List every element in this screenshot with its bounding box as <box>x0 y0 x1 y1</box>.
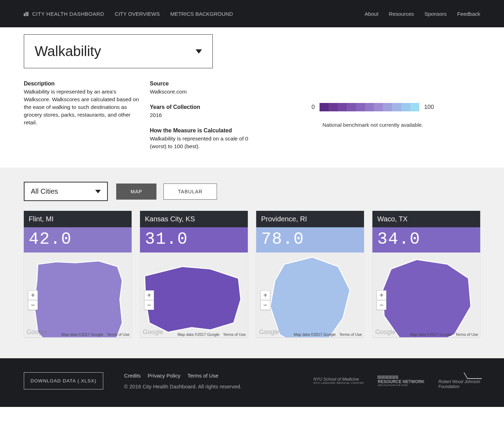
nav-metrics-background[interactable]: METRICS BACKGROUND <box>170 11 233 17</box>
city-card-score: 42.0 <box>24 227 132 252</box>
map-data-credit: Map data ©2017 Google <box>177 332 219 337</box>
city-card-title: Providence, RI <box>256 211 364 227</box>
view-map-button[interactable]: MAP <box>116 184 156 200</box>
brand-label: CITY HEALTH DASHBOARD <box>32 11 104 17</box>
city-card-map[interactable]: +−GoogleMap data ©2017 GoogleTerms of Us… <box>24 252 132 337</box>
view-toggle: MAP TABULAR <box>116 184 217 200</box>
zoom-out-button[interactable]: − <box>28 300 38 310</box>
zoom-out-button[interactable]: − <box>144 300 154 310</box>
view-tabular-button[interactable]: TABULAR <box>163 184 217 200</box>
city-card-map[interactable]: +−GoogleMap data ©2017 GoogleTerms of Us… <box>372 252 480 337</box>
map-attribution: Google <box>259 328 279 336</box>
city-card-title: Waco, TX <box>372 211 480 227</box>
map-terms-link[interactable]: Terms of Use <box>223 332 246 337</box>
download-data-button[interactable]: DOWNLOAD DATA (.XLSX) <box>24 372 103 389</box>
logo-rwj-foundation: Robert Wood Johnson Foundation <box>439 373 480 389</box>
source-label: Source <box>150 81 255 87</box>
years-label: Years of Collection <box>150 104 255 110</box>
bar-chart-icon <box>24 11 29 16</box>
zoom-in-button[interactable]: + <box>260 290 270 300</box>
footer-link-terms[interactable]: Terms of Use <box>187 373 218 379</box>
brand-link[interactable]: CITY HEALTH DASHBOARD <box>24 11 104 17</box>
chevron-down-icon <box>95 190 101 193</box>
zoom-out-button[interactable]: − <box>377 300 386 310</box>
zoom-in-button[interactable]: + <box>144 290 154 300</box>
city-card: Kansas City, KS31.0+−GoogleMap data ©201… <box>140 211 248 337</box>
city-filter-value: All Cities <box>31 187 58 195</box>
years-text: 2016 <box>150 111 255 119</box>
map-terms-link[interactable]: Terms of Use <box>339 332 362 337</box>
city-card: Providence, RI78.0+−GoogleMap data ©2017… <box>256 211 364 337</box>
cards-section: All Cities MAP TABULAR Flint, MI42.0+−Go… <box>0 168 504 358</box>
chevron-down-icon <box>196 49 202 54</box>
overview-section: Walkability Description Walkability is r… <box>0 27 504 168</box>
city-card-score: 78.0 <box>256 227 364 252</box>
footer-copyright: © 2016 City Health Dashboard. All rights… <box>124 383 241 389</box>
nav-city-overviews[interactable]: CITY OVERVIEWS <box>115 11 160 17</box>
logo-nyu: NYU School of Medicine NYU LANGONE MEDIC… <box>313 377 364 385</box>
description-label: Description <box>24 81 139 87</box>
metric-select[interactable]: Walkability <box>24 34 213 68</box>
source-text: Walkscore.com <box>150 88 255 96</box>
map-data-credit: Map data ©2017 Google <box>410 332 452 337</box>
city-card-map[interactable]: +−GoogleMap data ©2017 GoogleTerms of Us… <box>256 252 364 337</box>
city-card-title: Flint, MI <box>24 211 132 227</box>
map-terms-link[interactable]: Terms of Use <box>455 332 478 337</box>
map-data-credit: Map data ©2017 Google <box>61 332 103 337</box>
map-terms-link[interactable]: Terms of Use <box>107 332 130 337</box>
legend-high: 100 <box>424 104 434 111</box>
nav-resources[interactable]: Resources <box>389 11 414 17</box>
calc-text: Walkability is represented on a scale of… <box>150 135 255 150</box>
logo-resource-network: RESOURCE NETWORK NEW SOLUTIONS FOR CITIE… <box>378 375 424 387</box>
zoom-out-button[interactable]: − <box>260 300 270 310</box>
city-card-score: 31.0 <box>140 227 248 252</box>
map-attribution: Google <box>143 328 163 336</box>
nav-about[interactable]: About <box>365 11 378 17</box>
city-cards: Flint, MI42.0+−GoogleMap data ©2017 Goog… <box>24 211 480 337</box>
city-card-score: 34.0 <box>372 227 480 252</box>
zoom-in-button[interactable]: + <box>28 290 38 300</box>
color-legend: 0 100 <box>312 103 434 111</box>
footer: DOWNLOAD DATA (.XLSX) Credits Privacy Po… <box>0 358 504 407</box>
map-attribution: Google <box>27 328 47 336</box>
zoom-in-button[interactable]: + <box>377 290 386 300</box>
city-filter-select[interactable]: All Cities <box>24 182 108 201</box>
footer-link-privacy[interactable]: Privacy Policy <box>148 373 180 379</box>
city-card: Waco, TX34.0+−GoogleMap data ©2017 Googl… <box>372 211 480 337</box>
city-card-map[interactable]: +−GoogleMap data ©2017 GoogleTerms of Us… <box>140 252 248 337</box>
calc-label: How the Measure is Calculated <box>150 127 255 134</box>
description-text: Walkability is represented by an area's … <box>24 88 139 126</box>
nav-sponsors[interactable]: Sponsors <box>425 11 447 17</box>
legend-low: 0 <box>312 104 315 111</box>
legend-note: National benchmark not currently availab… <box>322 122 423 128</box>
footer-link-credits[interactable]: Credits <box>124 373 141 379</box>
top-nav: CITY HEALTH DASHBOARD CITY OVERVIEWS MET… <box>0 0 504 27</box>
city-card-title: Kansas City, KS <box>140 211 248 227</box>
legend-bar <box>320 103 419 111</box>
city-card: Flint, MI42.0+−GoogleMap data ©2017 Goog… <box>24 211 132 337</box>
nav-feedback[interactable]: Feedback <box>457 11 480 17</box>
map-attribution: Google <box>375 328 396 336</box>
metric-select-value: Walkability <box>35 43 101 59</box>
map-data-credit: Map data ©2017 Google <box>294 332 336 337</box>
